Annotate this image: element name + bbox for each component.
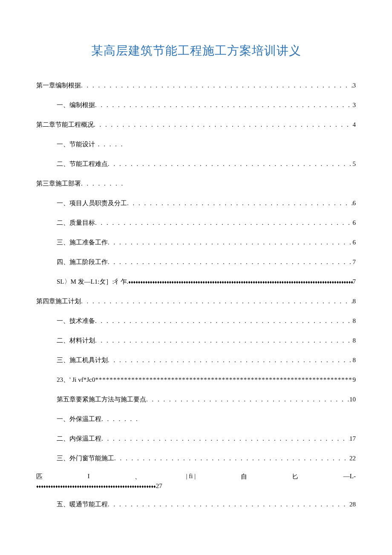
toc-entry-chapter3: 第三章施工部署. . . . . . . . xyxy=(36,178,356,189)
garbled-part: 、 xyxy=(135,473,141,481)
toc-text: 一、技术准备 xyxy=(57,316,95,326)
toc-leader: . . . . . . . . . . . . . . . . . . . . … xyxy=(108,355,353,365)
toc-page: 8 xyxy=(353,355,356,365)
toc-leader: . . . . . . . . . . . . . . . . . . . . … xyxy=(108,159,353,169)
toc-page: 17 xyxy=(349,433,356,444)
toc-page: 6 xyxy=(353,198,356,208)
toc-leader: . . . . . . . . . . . . . . . . . . . . … xyxy=(114,453,349,463)
toc-page: 6 xyxy=(353,237,356,247)
garbled-spread: 匹 I 、 | fi | 自 匕 —L- xyxy=(36,473,356,481)
toc-entry-4-2: 二、材料计划 . . . . . . . . . . . . . . . . .… xyxy=(36,335,356,346)
toc-entry-5-1: 一、外保温工程. . . . . . . xyxy=(36,414,356,424)
toc-page: 4 xyxy=(353,119,356,130)
toc-text: 第二章节能工程概况 xyxy=(36,119,94,130)
toc-entry-3-4: 四、施工阶段工作 . . . . . . . . . . . . . . . .… xyxy=(36,257,356,267)
toc-entry-3-1: 一、项目人员职责及分工 . . . . . . . . . . . . . . … xyxy=(36,198,356,208)
toc-entry-4-1: 一、技术准备 . . . . . . . . . . . . . . . . .… xyxy=(36,316,356,326)
toc-text: 一、项目人员职责及分工 xyxy=(57,198,127,208)
toc-short-dots: . . . . . xyxy=(95,141,124,148)
toc-diamond-leader: ♦♦♦♦♦♦♦♦♦♦♦♦♦♦♦♦♦♦♦♦♦♦♦♦♦♦♦♦♦♦♦♦♦♦♦♦♦♦♦♦… xyxy=(128,279,352,286)
toc-leader: . . . . . . . . . . . . . . . . . . . . … xyxy=(95,316,353,326)
toc-text: 三、施工机具计划 xyxy=(57,355,108,365)
toc-short-dots: . . . . . . . xyxy=(101,416,139,422)
toc-text: 四、施工阶段工作 xyxy=(57,257,108,267)
toc-text: 三、外门窗节能施工 xyxy=(57,453,114,463)
toc-leader: . . . . . . . . . . . . . . . . . . . . … xyxy=(127,198,353,208)
toc-leader: . . . . . . . . . . . . . . . . . . . . … xyxy=(94,119,353,130)
toc-text: 一、外保温工程 xyxy=(57,416,101,422)
garbled-part: 自 xyxy=(241,473,247,481)
toc-text: 二、材料计划 xyxy=(57,335,95,346)
garbled-part: | fi | xyxy=(186,473,196,481)
toc-page: 8 xyxy=(353,316,356,326)
toc-page: 22 xyxy=(349,453,356,463)
toc-entry-chapter2: 第二章节能工程概况 . . . . . . . . . . . . . . . … xyxy=(36,119,356,130)
toc-page: 8 xyxy=(353,296,356,306)
toc-text: 一、节能设计 xyxy=(57,141,95,148)
toc-page: 7 xyxy=(353,257,356,267)
toc-page: 7 xyxy=(353,276,356,287)
toc-page: 6 xyxy=(353,218,356,228)
toc-entry-3-3: 三、施工准备工作 . . . . . . . . . . . . . . . .… xyxy=(36,237,356,247)
toc-page: 3 xyxy=(353,100,356,110)
toc-diamond-leader: ♦♦♦♦♦♦♦♦♦♦♦♦♦♦♦♦♦♦♦♦♦♦♦♦♦♦♦♦♦♦♦♦♦♦♦♦♦♦♦♦… xyxy=(36,484,156,489)
toc-entry-chapter5: 第五章要紧施工方法与施工要点 . . . . . . . . . . . . .… xyxy=(36,394,356,404)
toc-short-dots: . . . . . . . . xyxy=(81,180,124,187)
toc-entry-1-1: 一、编制根据 . . . . . . . . . . . . . . . . .… xyxy=(36,100,356,110)
toc-text: 第五章要紧施工方法与施工要点 xyxy=(57,394,146,404)
toc-leader: . . . . . . . . . . . . . . . . . . . . … xyxy=(108,257,353,267)
garbled-diamond-row: ♦♦♦♦♦♦♦♦♦♦♦♦♦♦♦♦♦♦♦♦♦♦♦♦♦♦♦♦♦♦♦♦♦♦♦♦♦♦♦♦… xyxy=(36,482,356,490)
toc-leader: . . . . . . . . . . . . . . . . . . . . … xyxy=(95,100,353,110)
toc-text: 第三章施工部署 xyxy=(36,180,81,187)
toc-page: 10 xyxy=(349,394,356,404)
toc-leader: . . . . . . . . . . . . . . . . . . . . … xyxy=(81,296,353,306)
toc-leader: . . . . . . . . . . . . . . . . . . . . … xyxy=(108,499,349,509)
toc-text: 23、' Ji vf*Jc0 xyxy=(57,375,95,385)
toc-entry-2-1: 一、节能设计 . . . . . xyxy=(36,139,356,149)
toc-page: 8 xyxy=(353,335,356,346)
garbled-part: 匹 xyxy=(36,473,43,481)
garbled-part: I xyxy=(88,473,90,481)
toc-entry-chapter1: 第一章编制根据 . . . . . . . . . . . . . . . . … xyxy=(36,80,356,90)
toc-text: 一、编制根据 xyxy=(57,100,95,110)
toc-leader: . . . . . . . . . . . . . . . . . . . . … xyxy=(95,335,353,346)
toc-leader: . . . . . . . . . . . . . . . . . . . . … xyxy=(101,433,349,444)
toc-text: SL〉M 发—L1:攵］:彳乍. xyxy=(57,276,128,287)
table-of-contents: 第一章编制根据 . . . . . . . . . . . . . . . . … xyxy=(36,80,356,509)
toc-text: 二、节能工程难点 xyxy=(57,159,108,169)
toc-page: 27 xyxy=(156,482,162,489)
garbled-part: 匕 xyxy=(292,473,298,481)
toc-page: 28 xyxy=(349,499,356,509)
toc-leader: . . . . . . . . . . . . . . . . . . . . … xyxy=(108,237,353,247)
toc-asterisk-leader: ****************************************… xyxy=(95,375,352,385)
toc-text: 二、质量目标 xyxy=(57,218,95,228)
toc-text: 第一章编制根据 xyxy=(36,80,81,90)
toc-entry-5-5: 五、暖通节能工程 . . . . . . . . . . . . . . . .… xyxy=(36,499,356,509)
toc-page: 5 xyxy=(353,159,356,169)
toc-leader: . . . . . . . . . . . . . . . . . . . . … xyxy=(81,80,353,90)
toc-entry-5-3: 三、外门窗节能施工 . . . . . . . . . . . . . . . … xyxy=(36,453,356,463)
garbled-part: —L- xyxy=(343,473,356,481)
toc-entry-5-2: 二、内保温工程 . . . . . . . . . . . . . . . . … xyxy=(36,433,356,444)
toc-entry-3-2: 二、质量目标 . . . . . . . . . . . . . . . . .… xyxy=(36,218,356,228)
toc-entry-4-4-garbled: 23、' Ji vf*Jc0 *************************… xyxy=(36,375,356,385)
toc-entry-5-4-garbled: 匹 I 、 | fi | 自 匕 —L- ♦♦♦♦♦♦♦♦♦♦♦♦♦♦♦♦♦♦♦… xyxy=(36,473,356,490)
toc-text: 第四章施工计划 xyxy=(36,296,81,306)
toc-entry-4-3: 三、施工机具计划 . . . . . . . . . . . . . . . .… xyxy=(36,355,356,365)
toc-entry-3-5-garbled: SL〉M 发—L1:攵］:彳乍. ♦♦♦♦♦♦♦♦♦♦♦♦♦♦♦♦♦♦♦♦♦♦♦… xyxy=(36,276,356,287)
toc-leader: . . . . . . . . . . . . . . . . . . . . … xyxy=(146,394,349,404)
toc-leader: . . . . . . . . . . . . . . . . . . . . … xyxy=(95,218,353,228)
toc-entry-2-2: 二、节能工程难点 . . . . . . . . . . . . . . . .… xyxy=(36,159,356,169)
document-title: 某高层建筑节能工程施工方案培训讲义 xyxy=(36,43,356,59)
toc-entry-chapter4: 第四章施工计划 . . . . . . . . . . . . . . . . … xyxy=(36,296,356,306)
toc-page: 9 xyxy=(353,375,356,385)
toc-page: 3 xyxy=(353,80,356,90)
toc-text: 二、内保温工程 xyxy=(57,433,101,444)
toc-text: 三、施工准备工作 xyxy=(57,237,108,247)
toc-text: 五、暖通节能工程 xyxy=(57,499,108,509)
